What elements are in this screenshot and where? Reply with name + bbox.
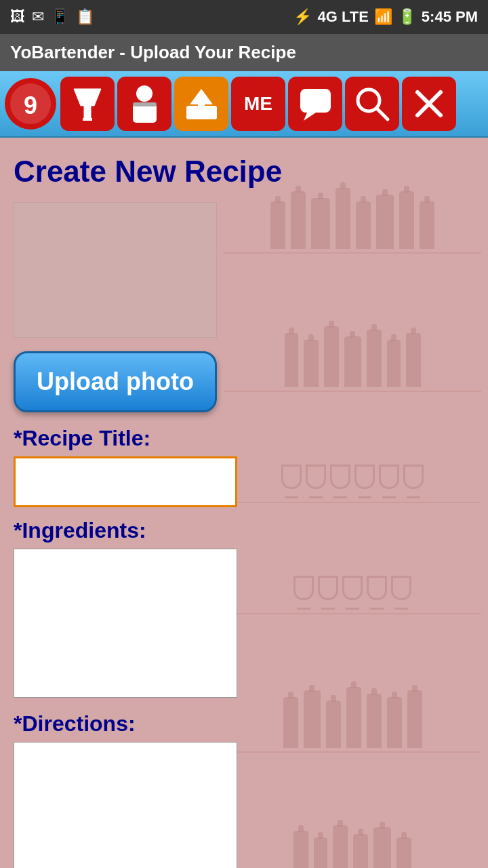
- nav-bar: 9 ME: [0, 71, 488, 138]
- photo-preview-area: [14, 202, 217, 338]
- svg-text:9: 9: [24, 92, 37, 119]
- whatsapp-icon: 📱: [51, 8, 69, 26]
- form-area: Create New Recipe Upload photo *Recipe T…: [0, 138, 488, 868]
- directions-label: *Directions:: [14, 711, 474, 736]
- nav-yo-logo[interactable]: 9: [3, 77, 58, 131]
- svg-marker-11: [304, 113, 316, 121]
- email-icon: ✉: [32, 8, 44, 26]
- app-title: YoBartender - Upload Your Recipe: [10, 42, 296, 62]
- clipboard-icon: 📋: [76, 8, 94, 26]
- nav-upload-icon[interactable]: [174, 77, 228, 131]
- nav-search-icon[interactable]: [345, 77, 399, 131]
- ingredients-label: *Ingredients:: [14, 518, 474, 543]
- directions-input[interactable]: [14, 742, 237, 868]
- nav-chat-icon[interactable]: [288, 77, 342, 131]
- picture-icon: 🖼: [10, 8, 25, 26]
- recipe-title-label: *Recipe Title:: [14, 426, 474, 451]
- bluetooth-icon: ⚡: [293, 8, 312, 26]
- svg-rect-4: [83, 118, 92, 121]
- page-title: Create New Recipe: [14, 155, 474, 189]
- nav-bartender-icon[interactable]: [117, 77, 171, 131]
- network-label: 4G LTE: [317, 8, 368, 26]
- nav-close-icon[interactable]: [402, 77, 456, 131]
- ingredients-input[interactable]: [14, 549, 237, 698]
- nav-me-icon[interactable]: ME: [231, 77, 285, 131]
- time-display: 5:45 PM: [422, 8, 478, 26]
- svg-rect-7: [133, 102, 157, 106]
- upload-photo-button[interactable]: Upload photo: [14, 351, 217, 412]
- svg-rect-10: [300, 89, 331, 113]
- svg-line-13: [377, 108, 388, 119]
- battery-icon: 🔋: [398, 8, 416, 26]
- svg-marker-9: [190, 89, 213, 107]
- recipe-title-input[interactable]: [14, 456, 237, 507]
- status-icons: 🖼 ✉ 📱 📋: [10, 8, 94, 26]
- svg-rect-6: [133, 104, 157, 123]
- svg-point-5: [136, 85, 152, 102]
- svg-marker-3: [74, 89, 101, 119]
- me-label: ME: [244, 93, 272, 115]
- page-content: Create New Recipe Upload photo *Recipe T…: [0, 138, 488, 868]
- status-bar: 🖼 ✉ 📱 📋 ⚡ 4G LTE 📶 🔋 5:45 PM: [0, 0, 488, 34]
- status-right: ⚡ 4G LTE 📶 🔋 5:45 PM: [293, 8, 478, 26]
- title-bar: YoBartender - Upload Your Recipe: [0, 34, 488, 71]
- nav-drinks-icon[interactable]: [60, 77, 115, 131]
- signal-icon: 📶: [374, 8, 392, 26]
- svg-rect-8: [186, 106, 217, 119]
